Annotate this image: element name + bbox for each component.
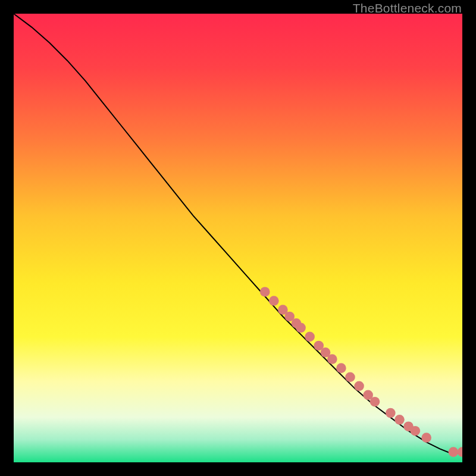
chart-marker [411, 426, 421, 436]
chart-marker [260, 287, 270, 297]
chart-marker [336, 363, 346, 373]
chart-marker [386, 408, 396, 418]
chart-marker [269, 296, 279, 306]
chart-svg [14, 14, 462, 462]
chart-background [14, 14, 462, 462]
chart-plot-area [14, 14, 462, 462]
chart-marker [354, 381, 364, 392]
chart-stage: TheBottleneck.com [0, 0, 476, 476]
chart-marker [449, 447, 459, 457]
chart-marker [394, 415, 405, 425]
chart-marker [421, 433, 431, 443]
chart-marker [345, 372, 355, 382]
chart-marker [327, 354, 337, 364]
chart-marker [370, 397, 380, 407]
chart-marker [305, 332, 315, 342]
chart-marker [296, 323, 306, 333]
